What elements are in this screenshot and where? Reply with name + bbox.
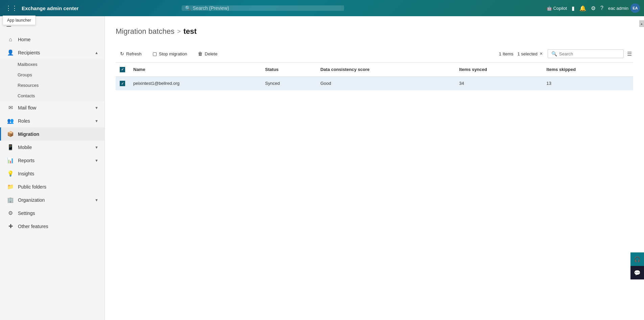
app-title: Exchange admin center (22, 5, 78, 11)
user-menu[interactable]: eac admin EA (608, 3, 640, 13)
organization-icon: 🏢 (7, 197, 14, 203)
copilot-icon: 🤖 (547, 6, 552, 11)
body-layout: ☰ ⌂ Home 👤 Recipients ▲ Mailboxes Groups… (0, 16, 644, 320)
data-table: Name Status Data consistency score Items… (116, 63, 633, 90)
chevron-down-icon-mobile: ▼ (95, 145, 98, 149)
notification-icon[interactable]: 🔔 (579, 5, 586, 11)
delete-button[interactable]: 🗑 Delete (193, 49, 222, 59)
global-search-input[interactable] (193, 5, 341, 11)
cell-dcs: Good (316, 76, 455, 90)
sidebar-item-groups[interactable]: Groups (0, 70, 105, 80)
sidebar: ☰ ⌂ Home 👤 Recipients ▲ Mailboxes Groups… (0, 16, 105, 320)
sidebar-item-reports[interactable]: 📊 Reports ▼ (0, 154, 105, 167)
sidebar-label-home: Home (18, 37, 30, 42)
sidebar-item-otherfeatures[interactable]: ✚ Other features (0, 220, 105, 233)
cell-items-skipped: 13 (543, 76, 633, 90)
user-name-label: eac admin (608, 6, 628, 11)
sidebar-item-migration[interactable]: 📦 Migration (0, 127, 105, 141)
sidebar-item-publicfolders[interactable]: 📁 Public folders (0, 180, 105, 193)
grid-icon: ⋮⋮ (5, 4, 18, 12)
global-search-bar[interactable]: 🔍 (182, 5, 344, 11)
settings-nav-icon: ⚙ (7, 210, 14, 216)
cell-items-synced: 34 (455, 76, 543, 90)
sidebar-item-insights[interactable]: 💡 Insights (0, 167, 105, 180)
app-launcher-button[interactable]: ⋮⋮ (4, 3, 19, 13)
help-icon[interactable]: ? (600, 5, 603, 11)
home-icon: ⌂ (7, 36, 14, 43)
clear-selection-button[interactable]: ✕ (539, 51, 543, 56)
sidebar-label-publicfolders: Public folders (18, 184, 46, 190)
chat-icon: 💬 (634, 270, 641, 276)
sidebar-label-roles: Roles (18, 118, 30, 124)
reports-icon: 📊 (7, 157, 14, 164)
support-button[interactable]: 🎧 (630, 252, 644, 266)
sidebar-label-settings: Settings (18, 211, 35, 216)
copilot-button[interactable]: 🤖 Copilot (547, 6, 567, 11)
sidebar-item-mobile[interactable]: 📱 Mobile ▼ (0, 141, 105, 154)
filter-button[interactable]: ☰ (626, 49, 633, 58)
sidebar-label-organization: Organization (18, 197, 45, 203)
sidebar-label-migration: Migration (18, 131, 39, 137)
search-box[interactable]: 🔍 (548, 49, 624, 58)
mobile-icon: 📱 (7, 144, 14, 150)
sidebar-label-reports: Reports (18, 158, 34, 163)
breadcrumb-current: test (183, 27, 197, 36)
headset-icon: 🎧 (634, 256, 641, 263)
filter-icon: ☰ (627, 51, 632, 57)
screen-icon[interactable]: ▮ (572, 5, 575, 11)
stop-migration-button[interactable]: ▢ Stop migration (148, 49, 192, 59)
row-checkbox-cell[interactable] (116, 76, 129, 90)
sidebar-item-settings[interactable]: ⚙ Settings (0, 206, 105, 220)
toolbar: ↻ Refresh ▢ Stop migration 🗑 Delete 1 It… (116, 45, 633, 63)
sidebar-item-organization[interactable]: 🏢 Organization ▼ (0, 193, 105, 206)
row-checkbox[interactable] (120, 81, 125, 86)
chat-button[interactable]: 💬 (630, 266, 644, 279)
refresh-icon: ↻ (120, 51, 124, 56)
sidebar-label-mailflow: Mail flow (18, 105, 36, 110)
search-box-icon: 🔍 (551, 51, 557, 56)
header-checkbox-cell[interactable] (116, 63, 129, 76)
sidebar-item-recipients[interactable]: 👤 Recipients ▲ (0, 46, 105, 59)
items-count: 1 Items (499, 51, 513, 56)
sidebar-label-recipients: Recipients (18, 50, 40, 55)
main-content: Migration batches > test ↻ Refresh ▢ Sto… (105, 16, 644, 320)
breadcrumb: Migration batches > test (116, 27, 633, 36)
sidebar-item-mailflow[interactable]: ✉ Mail flow ▼ (0, 101, 105, 114)
cell-status: Synced (261, 76, 316, 90)
migration-icon: 📦 (7, 131, 14, 137)
recipients-icon: 👤 (7, 49, 14, 56)
col-header-items-skipped: Items skipped (543, 63, 633, 76)
stop-migration-icon: ▢ (153, 51, 157, 56)
search-input[interactable] (559, 51, 620, 56)
scroll-collapse-arrow[interactable]: ▲ (639, 20, 644, 27)
sidebar-item-resources[interactable]: Resources (0, 80, 105, 91)
table-header-row: Name Status Data consistency score Items… (116, 63, 633, 76)
search-icon: 🔍 (185, 5, 191, 11)
chevron-down-icon: ▼ (95, 106, 98, 110)
sidebar-item-roles[interactable]: 👥 Roles ▼ (0, 114, 105, 127)
refresh-button[interactable]: ↻ Refresh (116, 49, 146, 59)
col-header-status: Status (261, 63, 316, 76)
sidebar-label-otherfeatures: Other features (18, 224, 48, 229)
side-actions: 🎧 💬 (630, 252, 644, 279)
select-all-checkbox[interactable] (120, 67, 125, 72)
settings-icon[interactable]: ⚙ (591, 5, 596, 11)
sidebar-item-home[interactable]: ⌂ Home (0, 33, 105, 46)
col-header-items-synced: Items synced (455, 63, 543, 76)
breadcrumb-separator: > (177, 28, 181, 35)
breadcrumb-parent[interactable]: Migration batches (116, 27, 175, 36)
otherfeatures-icon: ✚ (7, 223, 14, 229)
sidebar-label-mobile: Mobile (18, 145, 32, 150)
sidebar-item-mailboxes[interactable]: Mailboxes (0, 59, 105, 70)
sidebar-sub-recipients: Mailboxes Groups Resources Contacts (0, 59, 105, 101)
table-row[interactable]: peixintest1@bellred.org Synced Good 34 1… (116, 76, 633, 90)
chevron-down-icon-org: ▼ (95, 198, 98, 202)
sidebar-label-insights: Insights (18, 171, 34, 176)
topbar-right-actions: 🤖 Copilot ▮ 🔔 ⚙ ? eac admin EA (547, 3, 640, 13)
topbar: ⋮⋮ App launcher Exchange admin center 🔍 … (0, 0, 644, 16)
roles-icon: 👥 (7, 118, 14, 124)
publicfolders-icon: 📁 (7, 183, 14, 190)
sidebar-item-contacts[interactable]: Contacts (0, 91, 105, 101)
chevron-down-icon-roles: ▼ (95, 119, 98, 123)
chevron-down-icon-reports: ▼ (95, 158, 98, 163)
